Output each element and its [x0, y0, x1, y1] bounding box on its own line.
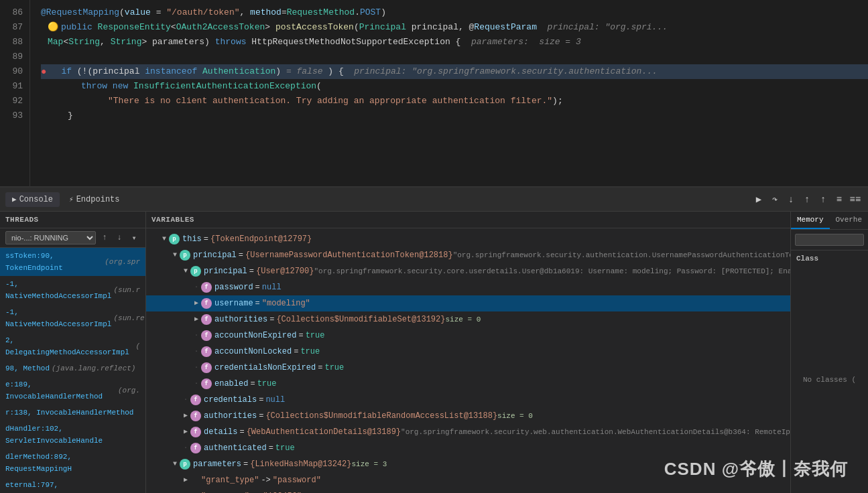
toggle-details[interactable]: ▶ [181, 427, 190, 437]
right-search-input[interactable] [795, 234, 864, 246]
thread-item[interactable]: -1, NativeMethodAccessorImpl (sun.r [0, 276, 145, 304]
var-val-details: {WebAuthenticationDetails@13189} [247, 425, 401, 439]
icon-this: p [169, 234, 180, 244]
tab-memory[interactable]: Memory [791, 212, 830, 229]
toggle-auth-user[interactable]: ▶ [192, 315, 201, 324]
icon-creds: f [190, 395, 201, 405]
thread-item[interactable]: ssToken:90, TokenEndpoint (org.spr [0, 248, 145, 276]
thread-item[interactable]: eternal:797, RequestMappingHandlerA [0, 477, 145, 493]
var-row-principal2[interactable]: ▼ p principal = {User@12700} "org.spring… [146, 263, 790, 279]
var-name-auth-outer: authorities [204, 409, 257, 423]
thread-item[interactable]: dHandler:102, ServletInvocableHandle [0, 421, 145, 449]
panel-toolbar: ▶ Console ⚡ Endpoints ▶ ↷ ↓ ↑ ↑ ≡ ≡≡ [0, 188, 868, 212]
var-row-acct-lock[interactable]: · f accountNonLocked = true [146, 344, 790, 360]
line-num-92: 92 [7, 94, 23, 109]
var-name-acct-exp: accountNonExpired [214, 329, 296, 342]
var-key-param-username: "username" [201, 490, 249, 493]
tab-endpoints[interactable]: ⚡ Endpoints [62, 192, 126, 207]
thread-up-btn[interactable]: ↑ [99, 232, 111, 244]
toggle-principal1[interactable]: ▼ [170, 251, 180, 260]
var-name-acct-lock: accountNonLocked [214, 345, 292, 358]
var-row-authenticated[interactable]: · f authenticated = true [146, 440, 790, 456]
var-val-password: null [262, 281, 282, 294]
variables-header: Variables [146, 212, 790, 228]
no-classes-msg: No classes ( [803, 376, 856, 384]
var-row-param-username[interactable]: ▶ "username" -> "123456" [146, 488, 790, 493]
line-num-86: 86 [7, 5, 23, 20]
code-line-88: Map<String, String> parameters) throws H… [41, 35, 868, 50]
thread-item[interactable]: e:189, InvocableHandlerMethod (org. [0, 376, 145, 405]
endpoints-icon: ⚡ [69, 195, 74, 204]
var-val-auth-outer: {Collections$UnmodifiableRandomAccessLis… [265, 409, 497, 423]
settings-btn[interactable]: ≡≡ [848, 192, 863, 207]
threads-header: Threads [0, 212, 145, 228]
var-row-password[interactable]: · f password = null [146, 279, 790, 295]
tab-overhead[interactable]: Overhe [830, 212, 869, 229]
var-name-password: password [214, 281, 253, 294]
icon-username: f [201, 298, 212, 309]
var-row-grant-type[interactable]: ▶ "grant_type" -> "password" [146, 472, 790, 488]
toggle-username[interactable]: ▶ [192, 299, 201, 308]
toggle-principal2[interactable]: ▼ [181, 267, 190, 276]
var-row-enabled[interactable]: · f enabled = true [146, 376, 790, 392]
var-name-authenticated: authenticated [204, 441, 267, 455]
tab-console[interactable]: ▶ Console [5, 192, 60, 207]
icon-auth-user: f [201, 314, 212, 325]
var-val-principal1: {UsernamePasswordAuthenticationToken@128… [245, 249, 453, 262]
var-row-auth-outer[interactable]: ▶ f authorities = {Collections$Unmodifia… [146, 408, 790, 424]
toolbar-buttons: ▶ ↷ ↓ ↑ ↑ ≡ ≡≡ [751, 192, 863, 207]
var-val-this: {TokenEndpoint@12797} [210, 232, 312, 246]
toggle-auth-outer[interactable]: ▶ [181, 411, 190, 421]
var-row-creds[interactable]: · f credentials = null [146, 392, 790, 408]
variables-pane: Variables ▼ p this = {TokenEndpoint@1279… [146, 212, 791, 493]
evaluate-btn[interactable]: ≡ [832, 192, 847, 207]
thread-item[interactable]: 2, DelegatingMethodAccessorImpl ( [0, 332, 145, 360]
var-row-cred-exp[interactable]: · f credentialsNonExpired = true [146, 360, 790, 376]
thread-filter-btn[interactable]: ▾ [128, 232, 140, 244]
var-row-auth-user[interactable]: ▶ f authorities = {Collections$Unmodifia… [146, 311, 790, 328]
var-val-param-username: "123456" [263, 490, 302, 493]
var-row-this[interactable]: ▼ p this = {TokenEndpoint@12797} [146, 231, 790, 247]
toggle-password: · [192, 283, 201, 292]
thread-item[interactable]: 98, Method (java.lang.reflect) [0, 360, 145, 376]
toggle-this[interactable]: ▼ [160, 234, 169, 244]
code-lines: @RequestMapping(value = "/oauth/token", … [30, 0, 868, 186]
thread-down-btn[interactable]: ↓ [113, 232, 125, 244]
var-val-acct-lock: true [300, 345, 320, 358]
var-row-username[interactable]: ▶ f username = "modeling" [146, 295, 790, 311]
var-row-details[interactable]: ▶ f details = {WebAuthenticationDetails@… [146, 424, 790, 440]
resume-btn[interactable]: ▶ [751, 192, 766, 207]
thread-item[interactable]: -1, NativeMethodAccessorImpl (sun.re [0, 304, 145, 332]
icon-details: f [190, 427, 201, 437]
var-name-creds: credentials [204, 393, 257, 407]
var-val-enabled: true [257, 377, 277, 391]
var-val-acct-exp: true [306, 329, 325, 342]
icon-principal2: p [190, 266, 201, 277]
var-name-auth-user: authorities [214, 313, 267, 326]
step-out-btn[interactable]: ↑ [800, 192, 814, 207]
thread-item[interactable]: dlerMethod:892, RequestMappingH [0, 449, 145, 477]
var-tree: ▼ p this = {TokenEndpoint@12797} ▼ p pri… [146, 228, 790, 493]
var-row-acct-exp[interactable]: · f accountNonExpired = true [146, 328, 790, 344]
toggle-parameters[interactable]: ▼ [170, 460, 180, 469]
toggle-grant-type[interactable]: ▶ [181, 476, 190, 485]
thread-item[interactable]: r:138, InvocableHandlerMethod [0, 405, 145, 421]
code-line-93: } [41, 109, 868, 123]
var-name-parameters: parameters [193, 457, 241, 471]
panel-content: Threads nio-...: RUNNING ↑ ↓ ▾ ssToken:9… [0, 212, 868, 493]
step-over-btn[interactable]: ↷ [767, 192, 782, 207]
var-row-principal1[interactable]: ▼ p principal = {UsernamePasswordAuthent… [146, 247, 790, 263]
thread-selector: nio-...: RUNNING ↑ ↓ ▾ [0, 228, 145, 248]
code-line-91: throw new InsufficientAuthenticationExce… [41, 79, 868, 94]
step-into-btn[interactable]: ↓ [784, 192, 798, 207]
var-row-parameters[interactable]: ▼ p parameters = {LinkedHashMap@13242} s… [146, 456, 790, 472]
run-cursor-btn[interactable]: ↑ [816, 192, 830, 207]
var-val-cred-exp: true [324, 361, 344, 374]
right-pane: Memory Overhe Class No classes ( [791, 212, 868, 493]
var-name-enabled: enabled [214, 377, 248, 391]
code-line-86: @RequestMapping(value = "/oauth/token", … [41, 5, 868, 20]
thread-dropdown[interactable]: nio-...: RUNNING [5, 231, 96, 244]
var-name-username: username [214, 297, 253, 310]
line-numbers: 86 87 88 89 90 91 92 93 [0, 0, 30, 186]
var-val-parameters: {LinkedHashMap@13242} [250, 457, 351, 471]
